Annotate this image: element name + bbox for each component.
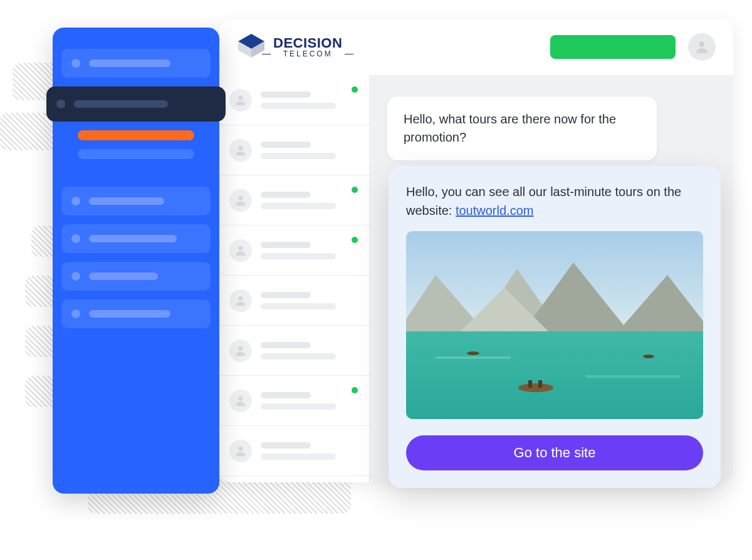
tour-image <box>406 231 703 419</box>
sidebar-item[interactable] <box>61 49 211 78</box>
conversation-preview <box>261 142 336 159</box>
nav-sidebar <box>53 28 219 494</box>
conversation-avatar <box>229 289 252 312</box>
user-icon <box>234 294 248 308</box>
incoming-message-text: Hello, what tours are there now for the … <box>404 112 616 144</box>
sidebar-item[interactable] <box>61 187 211 215</box>
online-indicator-icon <box>352 187 358 193</box>
svg-point-24 <box>467 351 479 355</box>
online-indicator-icon <box>352 237 358 243</box>
profile-avatar[interactable] <box>688 33 716 61</box>
svg-rect-19 <box>436 356 511 359</box>
conversation-list <box>219 75 370 482</box>
outgoing-text-prefix: Hello, you can see all our last-minute t… <box>406 185 681 217</box>
user-icon <box>694 39 710 55</box>
conversation-avatar <box>229 89 252 111</box>
svg-point-9 <box>238 346 243 350</box>
header-action-button[interactable] <box>550 35 676 59</box>
conversation-item[interactable] <box>219 175 369 226</box>
outgoing-message-text: Hello, you can see all our last-minute t… <box>406 182 703 220</box>
svg-point-4 <box>238 95 243 100</box>
svg-point-3 <box>699 41 705 47</box>
conversation-avatar <box>229 139 252 162</box>
conversation-preview <box>261 192 336 209</box>
svg-point-25 <box>643 355 654 358</box>
svg-rect-22 <box>528 380 532 388</box>
conversation-item[interactable] <box>219 125 369 175</box>
incoming-message-bubble: Hello, what tours are there now for the … <box>387 96 657 160</box>
conversation-avatar <box>229 440 252 462</box>
user-icon <box>234 143 248 157</box>
conversation-avatar <box>229 239 252 262</box>
conversation-item[interactable] <box>219 226 369 276</box>
conversation-preview <box>261 242 336 259</box>
conversation-preview <box>261 292 336 309</box>
sidebar-subitem[interactable] <box>78 149 194 159</box>
conversation-avatar <box>229 340 252 362</box>
svg-rect-23 <box>538 380 542 388</box>
svg-point-6 <box>238 195 243 200</box>
conversation-preview <box>261 392 336 410</box>
online-indicator-icon <box>352 86 358 93</box>
svg-point-5 <box>238 145 243 150</box>
sidebar-item[interactable] <box>61 224 211 253</box>
user-icon <box>234 93 248 107</box>
svg-rect-20 <box>586 375 680 378</box>
conversation-item[interactable] <box>219 376 369 426</box>
brand-word-1: DECISION <box>273 36 342 50</box>
outgoing-link[interactable]: toutworld.com <box>456 204 534 217</box>
sidebar-item[interactable] <box>61 262 211 291</box>
conversation-preview <box>261 342 336 360</box>
user-icon <box>234 444 248 458</box>
online-indicator-icon <box>352 387 358 393</box>
brand-logo: DECISION TELECOM <box>237 33 342 61</box>
outgoing-message-card: Hello, you can see all our last-minute t… <box>389 166 721 488</box>
conversation-item[interactable] <box>219 426 369 476</box>
conversation-avatar <box>229 189 252 212</box>
conversation-item[interactable] <box>219 75 369 125</box>
user-icon <box>234 394 248 408</box>
go-to-site-button[interactable]: Go to the site <box>406 435 703 470</box>
sidebar-item-active[interactable] <box>46 86 226 122</box>
logo-icon <box>237 33 266 61</box>
sidebar-subitem[interactable] <box>78 130 194 140</box>
user-icon <box>234 344 248 358</box>
svg-point-8 <box>238 296 243 300</box>
app-header: DECISION TELECOM <box>219 19 733 75</box>
user-icon <box>234 244 248 257</box>
conversation-item[interactable] <box>219 326 369 376</box>
svg-point-7 <box>238 246 243 250</box>
cta-label: Go to the site <box>514 445 596 460</box>
user-icon <box>234 194 248 207</box>
conversation-avatar <box>229 390 252 412</box>
svg-point-21 <box>518 383 553 392</box>
svg-point-10 <box>238 396 243 400</box>
conversation-preview <box>261 91 336 109</box>
conversation-preview <box>261 442 336 460</box>
sidebar-item[interactable] <box>61 299 211 328</box>
svg-point-11 <box>238 446 243 450</box>
brand-word-2: TELECOM <box>273 50 342 58</box>
conversation-item[interactable] <box>219 276 369 326</box>
